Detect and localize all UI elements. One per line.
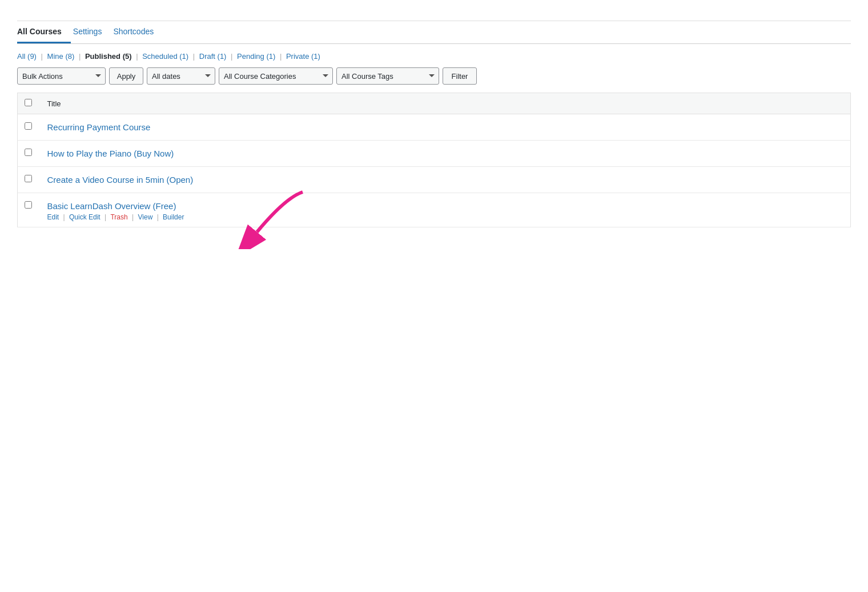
filter-button[interactable]: Filter xyxy=(443,67,477,85)
tab-shortcodes[interactable]: Shortcodes xyxy=(113,21,163,43)
tab-all-courses[interactable]: All Courses xyxy=(17,21,71,43)
apply-button[interactable]: Apply xyxy=(109,67,143,85)
course-title-link[interactable]: Create a Video Course in 5min (Open) xyxy=(47,175,844,185)
table-header-row: Title xyxy=(18,93,851,114)
table-row: Basic LearnDash Overview (Free)Edit | Qu… xyxy=(18,193,851,227)
header-checkbox-col xyxy=(18,93,41,114)
all-dates-select[interactable]: All dates xyxy=(147,67,215,85)
row-action-edit[interactable]: Edit xyxy=(47,213,59,221)
course-title-link[interactable]: How to Play the Piano (Buy Now) xyxy=(47,149,844,158)
row-action-trash[interactable]: Trash xyxy=(110,213,127,221)
toolbar: Bulk Actions Edit Move to Trash Apply Al… xyxy=(17,67,851,85)
courses-table: Title Recurring Payment CourseEdit | Qui… xyxy=(17,93,851,227)
row-checkbox[interactable] xyxy=(25,122,32,130)
all-tags-select[interactable]: All Course Tags xyxy=(336,67,439,85)
status-published[interactable]: Published (5) xyxy=(85,52,132,61)
table-row: Create a Video Course in 5min (Open)Edit… xyxy=(18,167,851,193)
course-title-link[interactable]: Recurring Payment Course xyxy=(47,122,844,132)
status-private[interactable]: Private (1) xyxy=(286,52,320,61)
course-title-cell: How to Play the Piano (Buy Now)Edit | Qu… xyxy=(41,141,851,167)
table-row: How to Play the Piano (Buy Now)Edit | Qu… xyxy=(18,141,851,167)
row-actions: Edit | Quick Edit | Trash | View | Build… xyxy=(47,213,844,221)
row-checkbox[interactable] xyxy=(25,201,32,209)
row-action-builder[interactable]: Builder xyxy=(163,213,184,221)
course-title-cell: Create a Video Course in 5min (Open)Edit… xyxy=(41,167,851,193)
course-title-cell: Basic LearnDash Overview (Free)Edit | Qu… xyxy=(41,193,851,227)
nav-tabs: All Courses Settings Shortcodes xyxy=(17,21,851,44)
row-checkbox[interactable] xyxy=(25,149,32,156)
header-title-col: Title xyxy=(41,93,851,114)
status-pending[interactable]: Pending (1) xyxy=(237,52,275,61)
course-title-link[interactable]: Basic LearnDash Overview (Free) xyxy=(47,201,844,211)
course-title-cell: Recurring Payment CourseEdit | Quick Edi… xyxy=(41,114,851,141)
select-all-checkbox[interactable] xyxy=(25,99,32,106)
all-categories-select[interactable]: All Course Categories xyxy=(219,67,333,85)
row-checkbox[interactable] xyxy=(25,175,32,182)
status-all[interactable]: All (9) xyxy=(17,52,37,61)
status-bar: All (9) | Mine (8) | Published (5) | Sch… xyxy=(17,52,851,61)
bulk-actions-select[interactable]: Bulk Actions Edit Move to Trash xyxy=(17,67,106,85)
status-mine[interactable]: Mine (8) xyxy=(47,52,75,61)
status-scheduled[interactable]: Scheduled (1) xyxy=(142,52,188,61)
courses-table-container: Title Recurring Payment CourseEdit | Qui… xyxy=(17,93,851,227)
row-action-quick-edit[interactable]: Quick Edit xyxy=(69,213,101,221)
row-action-view[interactable]: View xyxy=(138,213,153,221)
table-row: Recurring Payment CourseEdit | Quick Edi… xyxy=(18,114,851,141)
tab-settings[interactable]: Settings xyxy=(73,21,111,43)
status-draft[interactable]: Draft (1) xyxy=(199,52,227,61)
